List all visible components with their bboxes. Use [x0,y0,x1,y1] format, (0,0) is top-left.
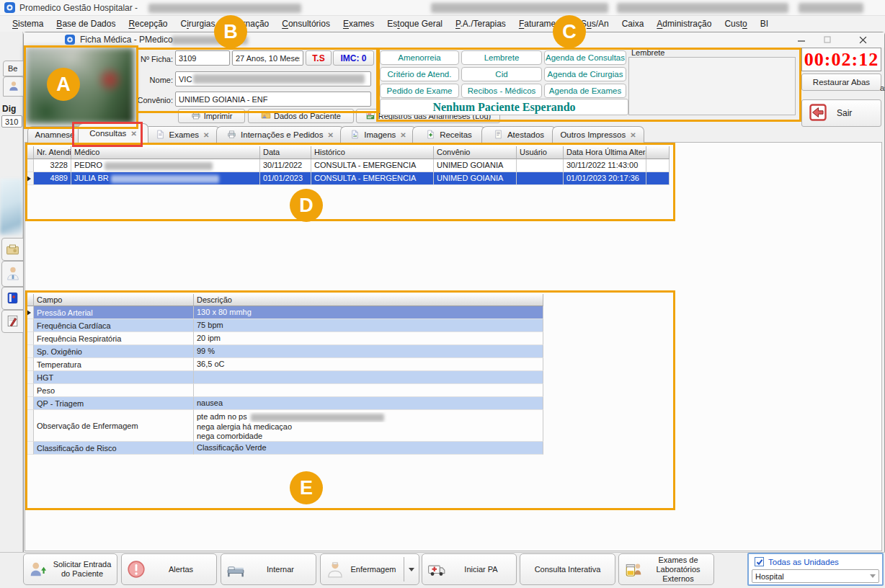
iniciar-pa-button[interactable]: Iniciar PA [422,553,517,585]
ts-button[interactable]: T.S [306,50,332,66]
triagem-row[interactable]: Sp. Oxigênio99 % [26,345,543,358]
menu-item-internacao[interactable]: Internação [222,16,276,31]
menu-item-administracao[interactable]: Administração [650,16,718,31]
alertas-button[interactable]: Alertas [121,553,217,585]
column-header-convenio[interactable]: Convênio [434,146,517,159]
triagem-row[interactable]: Temperatura36,5 oC [26,358,543,371]
column-header-campo[interactable]: Campo [34,294,194,306]
agenda-de-cirurgias-button[interactable]: Agenda de Cirurgias [544,67,626,81]
maximize-button[interactable] [816,33,839,46]
tab-internacoes-e-pedidos[interactable]: Internações e Pedidos✕ [216,126,344,143]
menu-item-custo[interactable]: Custo [718,16,753,31]
column-header-descricao[interactable]: Descrição [194,294,543,306]
descricao-line: 99 % [197,347,540,357]
triagem-row[interactable]: Classificação de RiscoClassificação Verd… [26,442,543,455]
triagem-row[interactable]: Observação de Enfermagempte adm no ps ne… [26,410,543,442]
sidebar-num-input[interactable]: 310 [1,115,22,128]
triagem-row[interactable]: HGT [26,371,543,384]
triagem-row[interactable]: Frequência Respiratória20 ipm [26,332,543,345]
unit-select[interactable]: Hospital [752,569,879,583]
menu-item-caixa[interactable]: Caixa [615,16,651,31]
tab-receitas[interactable]: Receitas [412,126,486,143]
sidebar-thumbnail-image [0,179,22,235]
exames-de-laboratorios-externos-button[interactable]: Exames de Laboratórios Externos [618,553,714,585]
tab-close-icon[interactable]: ✕ [203,131,209,139]
column-header-data[interactable]: Data [260,146,311,159]
menu-item-cirurgias[interactable]: Cirurgias [174,16,221,31]
pedido-de-exame-button[interactable]: Pedido de Exame [380,84,459,98]
tab-atestados[interactable]: Atestados [481,126,556,143]
menu-item-estoque-geral[interactable]: Estoque Geral [381,16,449,31]
tab-anamnese[interactable]: Anamnese [27,126,82,143]
menu-item-exames[interactable]: Exames [337,16,381,31]
units-checkbox[interactable] [755,557,764,566]
cell-convenio: UNIMED GOIANIA [434,159,517,172]
menu-item-base-de-dados[interactable]: Base de Dados [50,16,122,31]
chevron-down-icon[interactable] [409,568,414,571]
sidebar-dig-label: Dig [2,104,16,114]
tab-imagens[interactable]: Imagens✕ [340,126,417,143]
cell-alterado: 30/11/2022 11:43:00 [564,159,646,172]
notepad-icon [6,314,19,329]
tab-close-icon[interactable]: ✕ [400,131,406,139]
column-header-data-hora-ultima-alteracao[interactable]: Data Hora Última Alteração [564,146,646,159]
cell-campo: HGT [34,371,194,384]
redacted-window-title-text [172,36,248,45]
consultas-row[interactable]: 3228PEDRO30/11/2022CONSULTA - EMERGENCIA… [26,159,670,172]
tab-exames[interactable]: Exames✕ [144,126,221,143]
criterio-de-atend-button[interactable]: Critério de Atend. [380,67,459,81]
sidebar-tab-notes[interactable] [1,310,24,333]
units-checkbox-label[interactable]: Todas as Unidades [768,558,839,566]
recibos-medicos-button[interactable]: Recibos - Médicos [461,84,542,98]
tab-consultas[interactable]: Consultas✕ [78,123,148,143]
column-header-historico[interactable]: Histórico [311,146,434,159]
solicitar-entrada-do-paciente-button[interactable]: Solicitar Entrada do Paciente [23,553,117,585]
menu-item-faturamento[interactable]: Faturamento [512,16,574,31]
tab-outros-impressos[interactable]: Outros Impressos✕ [552,126,644,143]
nome-input[interactable]: VIC [175,71,371,86]
imc-button[interactable]: IMC: 0 [333,50,374,66]
sidebar-tab-doctor[interactable] [1,261,24,287]
ficha-input[interactable]: 3109 [175,50,230,66]
tab-close-icon[interactable]: ✕ [630,131,636,139]
sidebar-tab-person[interactable] [3,76,25,97]
consultas-row[interactable]: 4889JULIA BR01/01/2023CONSULTA - EMERGEN… [26,172,670,185]
redacted-patient-name [193,74,365,84]
amenorreia-button[interactable]: Amenorreia [380,50,459,65]
internar-button[interactable]: Internar [221,553,316,585]
column-header-usuario[interactable]: Usuário [517,146,564,159]
add-person-icon [29,560,48,579]
consulta-interativa-button[interactable]: Consulta Interativa [520,553,615,585]
restaurar-abas-button[interactable]: Restaurar Abas [801,74,881,91]
minimize-button[interactable] [790,33,813,46]
tab-close-icon[interactable]: ✕ [328,131,334,139]
menu-item-sus-an[interactable]: Sus/An [574,16,615,31]
imprimir-button[interactable]: Imprimir [178,109,245,123]
triagem-row[interactable]: Frequência Cardíaca75 bpm [26,319,543,332]
agenda-de-consultas-button[interactable]: Agenda de Consultas [544,50,626,65]
descricao-line: nega alergia há medicaçao [197,422,540,432]
dados-do-paciente-button[interactable]: Dados do Paciente [248,109,354,123]
printer-icon [191,110,201,122]
convenio-input[interactable]: UNIMED GOIANIA - ENF [175,92,371,107]
close-button[interactable] [845,33,881,46]
menu-item-consultorios[interactable]: Consultórios [275,16,337,31]
menu-item-recepcao[interactable]: Recepção [122,16,174,31]
tab-close-icon[interactable]: ✕ [130,130,136,138]
column-header-nr-atendim[interactable]: Nr. Atendim [34,146,71,159]
column-header-medico[interactable]: Médico [71,146,260,159]
menu-item-sistema[interactable]: Sistema [6,16,50,31]
lembrete-box[interactable] [628,57,796,115]
sidebar-tab-book[interactable] [1,287,24,310]
menu-item-bi[interactable]: BI [754,16,775,31]
lembrete-button[interactable]: Lembrete [461,50,542,65]
cid-button[interactable]: Cid [461,67,542,81]
sidebar-tab-records[interactable] [1,238,24,261]
triagem-row[interactable]: Peso [26,384,543,397]
sair-button[interactable]: Sair [801,99,881,127]
menu-item-p-a-terapias[interactable]: P.A./Terapias [449,16,512,31]
agenda-de-exames-button[interactable]: Agenda de Exames [544,84,626,98]
triagem-row[interactable]: Pressão Arterial130 x 80 mmhg [26,306,543,319]
triagem-row[interactable]: QP - Triagemnausea [26,397,543,410]
enfermagem-button[interactable]: Enfermagem [320,553,419,585]
